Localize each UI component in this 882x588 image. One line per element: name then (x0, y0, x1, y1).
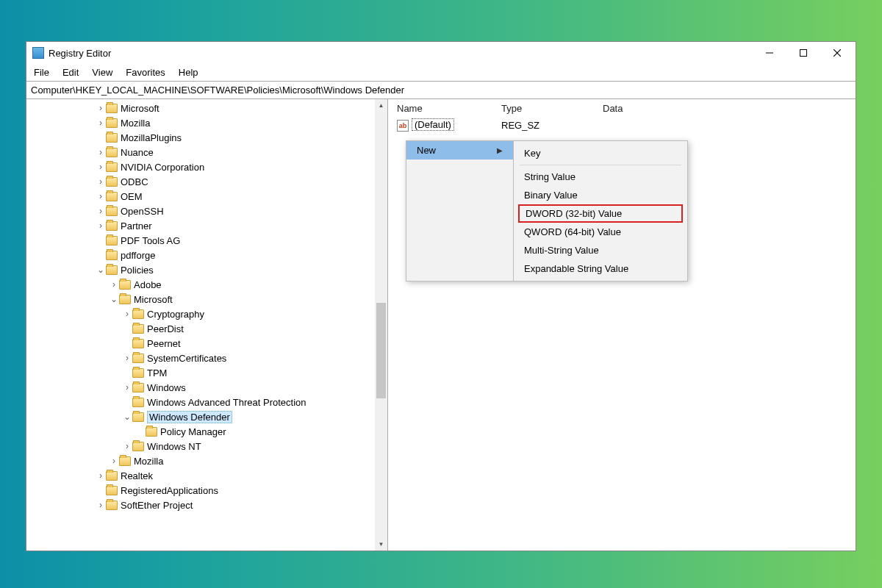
value-row[interactable]: ab(Default)REG_SZ (392, 117, 856, 133)
tree-node[interactable]: ›Adobe (26, 277, 387, 292)
minimize-button[interactable] (753, 42, 786, 64)
folder-icon (119, 280, 131, 290)
tree-node[interactable]: ›NVIDIA Corporation (26, 159, 387, 174)
menu-edit[interactable]: Edit (62, 67, 79, 78)
tree-node[interactable]: ›Microsoft (26, 101, 387, 115)
registry-tree[interactable]: ›Microsoft›MozillaMozillaPlugins›Nuance›… (26, 99, 387, 514)
menubar: File Edit View Favorites Help (26, 64, 856, 81)
context-menu-item[interactable]: Expandable String Value (514, 259, 687, 278)
tree-node[interactable]: ›SystemCertificates (26, 351, 387, 365)
context-menu-item[interactable]: QWORD (64-bit) Value (514, 223, 687, 241)
folder-icon (106, 104, 118, 113)
context-menu-item[interactable]: Multi-String Value (514, 241, 687, 259)
tree-node[interactable]: ›Windows NT (26, 439, 387, 453)
tree-node[interactable]: ›ODBC (26, 174, 387, 189)
svg-rect-1 (800, 50, 807, 57)
tree-node[interactable]: Peernet (26, 336, 387, 351)
expand-icon[interactable]: › (109, 456, 119, 465)
collapse-icon[interactable]: ⌄ (96, 265, 106, 274)
values-pane[interactable]: Name Type Data ab(Default)REG_SZ New ▶ K… (388, 99, 856, 551)
tree-node-label: SystemCertificates (147, 353, 226, 364)
collapse-icon[interactable]: ⌄ (122, 412, 132, 421)
expand-icon[interactable]: › (122, 442, 132, 451)
tree-node-label: Nuance (121, 147, 154, 158)
context-menu-item-label: Multi-String Value (524, 245, 599, 256)
context-menu-item[interactable]: String Value (514, 168, 687, 186)
expand-icon[interactable]: › (109, 280, 119, 289)
expand-icon[interactable]: › (96, 148, 106, 157)
collapse-icon[interactable]: ⌄ (109, 295, 119, 304)
expand-icon[interactable]: › (96, 207, 106, 215)
tree-node[interactable]: PDF Tools AG (26, 233, 387, 248)
tree-node[interactable]: ›Realtek (26, 468, 387, 483)
close-button[interactable] (820, 42, 854, 64)
column-type[interactable]: Type (497, 101, 598, 116)
expand-icon[interactable]: › (96, 221, 106, 230)
folder-icon (106, 118, 118, 128)
tree-node[interactable]: pdfforge (26, 248, 387, 262)
expand-icon[interactable]: › (96, 177, 106, 186)
context-menu-item[interactable]: Binary Value (514, 186, 687, 204)
menu-favorites[interactable]: Favorites (126, 67, 165, 78)
menu-help[interactable]: Help (179, 67, 198, 78)
expand-icon[interactable]: › (96, 104, 106, 112)
new-submenu: KeyString ValueBinary ValueDWORD (32-bit… (513, 140, 688, 282)
menu-view[interactable]: View (92, 67, 112, 78)
tree-node[interactable]: Windows Advanced Threat Protection (26, 395, 387, 409)
tree-node-label: Microsoft (121, 103, 159, 114)
tree-node[interactable]: RegisteredApplications (26, 483, 387, 498)
column-headers[interactable]: Name Type Data (392, 99, 856, 117)
tree-node[interactable]: MozillaPlugins (26, 130, 387, 145)
tree-node[interactable]: ›OpenSSH (26, 204, 387, 218)
address-path: Computer\HKEY_LOCAL_MACHINE\SOFTWARE\Pol… (31, 85, 404, 96)
tree-node[interactable]: ⌄Policies (26, 262, 387, 277)
folder-icon (106, 192, 118, 201)
tree-node[interactable]: PeerDist (26, 321, 387, 336)
expand-icon[interactable]: › (122, 354, 132, 362)
context-menu-new[interactable]: New ▶ (406, 141, 513, 159)
tree-node-label: PDF Tools AG (121, 235, 180, 246)
titlebar[interactable]: Registry Editor (26, 42, 856, 64)
vertical-scrollbar[interactable] (375, 99, 387, 551)
expand-icon[interactable]: › (96, 192, 106, 201)
expand-icon[interactable]: › (122, 383, 132, 392)
tree-node[interactable]: ›Nuance (26, 145, 387, 159)
tree-node[interactable]: TPM (26, 365, 387, 380)
scroll-track[interactable] (375, 112, 387, 538)
address-bar[interactable]: Computer\HKEY_LOCAL_MACHINE\SOFTWARE\Pol… (26, 81, 856, 99)
column-data[interactable]: Data (598, 101, 856, 116)
expand-icon[interactable]: › (96, 118, 106, 127)
context-menu-item[interactable]: DWORD (32-bit) Value (518, 204, 683, 223)
menu-file[interactable]: File (34, 67, 49, 78)
tree-node[interactable]: ›Cryptography (26, 306, 387, 321)
tree-node[interactable]: Policy Manager (26, 424, 387, 439)
maximize-button[interactable] (786, 42, 820, 64)
scroll-thumb[interactable] (376, 303, 386, 398)
context-menu-item[interactable]: Key (514, 144, 687, 162)
scroll-up-button[interactable] (375, 99, 387, 112)
tree-node[interactable]: ›Windows (26, 380, 387, 395)
folder-icon (106, 486, 118, 495)
tree-node-label: Policy Manager (160, 426, 226, 437)
expand-icon[interactable]: › (96, 162, 106, 171)
column-name[interactable]: Name (392, 101, 497, 116)
context-menu-item-label: DWORD (32-bit) Value (526, 208, 622, 219)
tree-node[interactable]: ›Partner (26, 218, 387, 233)
expand-icon[interactable]: › (96, 471, 106, 480)
scroll-down-button[interactable] (375, 538, 387, 551)
tree-node[interactable]: ›Mozilla (26, 115, 387, 130)
tree-node[interactable]: ›OEM (26, 189, 387, 204)
folder-icon (106, 501, 118, 510)
expand-icon[interactable]: › (96, 501, 106, 509)
context-menu-new-label: New (417, 145, 436, 156)
tree-node[interactable]: ›SoftEther Project (26, 498, 387, 512)
tree-node[interactable]: ⌄Windows Defender (26, 409, 387, 424)
tree-node-label: Windows Defender (147, 411, 232, 423)
tree-node[interactable]: ›Mozilla (26, 453, 387, 468)
tree-node-label: Adobe (134, 279, 162, 290)
folder-icon (106, 148, 118, 157)
tree-node-label: Windows NT (147, 441, 201, 452)
tree-node[interactable]: ⌄Microsoft (26, 292, 387, 306)
expand-icon[interactable]: › (122, 309, 132, 318)
tree-node-label: OEM (121, 191, 143, 202)
